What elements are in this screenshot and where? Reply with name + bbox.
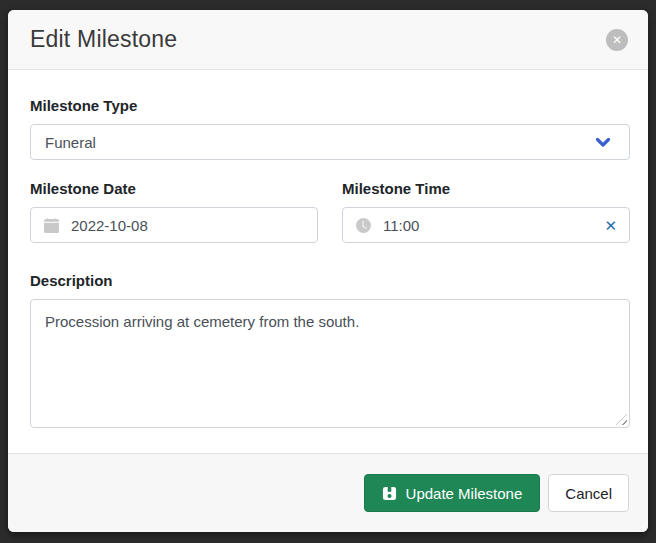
milestone-time-input[interactable] bbox=[383, 208, 598, 242]
milestone-time-label: Milestone Time bbox=[342, 180, 630, 197]
modal-title: Edit Milestone bbox=[30, 26, 177, 53]
milestone-time-group: Milestone Time ✕ bbox=[342, 180, 630, 243]
edit-milestone-modal: Edit Milestone ✕ Milestone Type Funeral … bbox=[8, 10, 648, 532]
cancel-button[interactable]: Cancel bbox=[548, 474, 629, 512]
chevron-down-icon bbox=[595, 134, 611, 150]
description-wrap: Procession arriving at cemetery from the… bbox=[30, 299, 630, 428]
milestone-type-value: Funeral bbox=[45, 134, 96, 151]
modal-header: Edit Milestone ✕ bbox=[8, 10, 648, 70]
milestone-type-select[interactable]: Funeral bbox=[30, 124, 630, 160]
modal-footer: Update Milestone Cancel bbox=[8, 453, 648, 532]
milestone-time-control: ✕ bbox=[342, 207, 630, 243]
clear-x-icon[interactable]: ✕ bbox=[598, 218, 617, 233]
milestone-date-control bbox=[30, 207, 318, 243]
description-label: Description bbox=[30, 272, 630, 289]
milestone-date-group: Milestone Date bbox=[30, 180, 318, 243]
milestone-type-label: Milestone Type bbox=[30, 97, 630, 114]
modal-body: Milestone Type Funeral Milestone Date bbox=[8, 70, 648, 453]
modal-backdrop: Edit Milestone ✕ Milestone Type Funeral … bbox=[0, 0, 656, 543]
calendar-icon bbox=[44, 218, 59, 233]
description-group: Description Procession arriving at cemet… bbox=[30, 272, 630, 428]
update-milestone-button[interactable]: Update Milestone bbox=[364, 474, 541, 512]
milestone-date-label: Milestone Date bbox=[30, 180, 318, 197]
cancel-label: Cancel bbox=[565, 485, 612, 502]
clock-icon bbox=[356, 218, 371, 233]
close-glyph: ✕ bbox=[612, 34, 622, 46]
update-milestone-label: Update Milestone bbox=[406, 485, 523, 502]
milestone-date-input[interactable] bbox=[71, 208, 305, 242]
description-textarea[interactable]: Procession arriving at cemetery from the… bbox=[30, 299, 630, 428]
save-icon bbox=[382, 486, 397, 501]
close-icon[interactable]: ✕ bbox=[606, 29, 628, 51]
date-time-row: Milestone Date Milestone Time bbox=[30, 180, 630, 243]
